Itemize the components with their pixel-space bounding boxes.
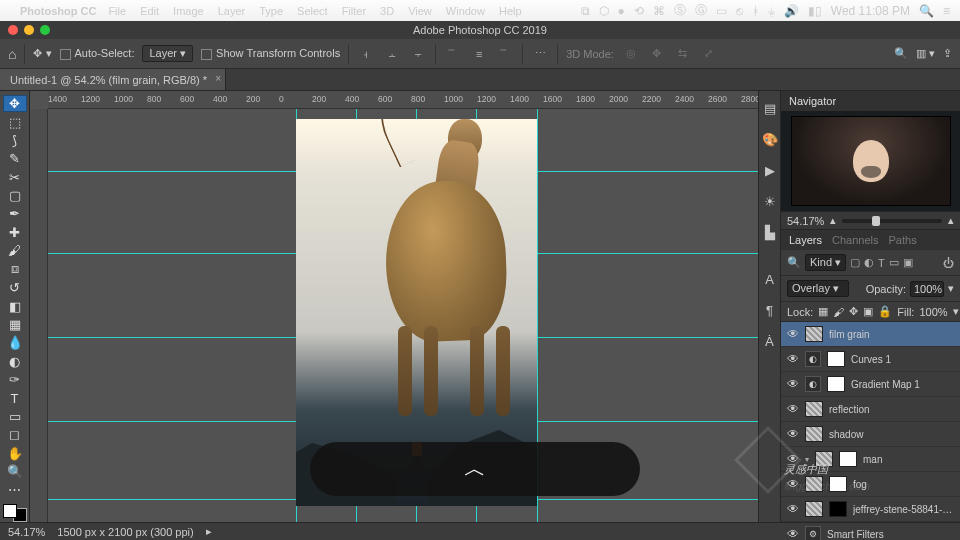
search-icon[interactable]: 🔍 [894, 47, 908, 60]
paths-tab[interactable]: Paths [889, 234, 917, 246]
auto-select-select[interactable]: Layer ▾ [142, 45, 193, 62]
layer-name[interactable]: Gradient Map 1 [851, 379, 954, 390]
home-icon[interactable]: ⌂ [8, 46, 16, 62]
layer-name[interactable]: man [863, 454, 954, 465]
lock-all-icon[interactable]: 🔒 [878, 305, 892, 318]
app-menu[interactable]: Photoshop CC [20, 5, 96, 17]
filter-type-icon[interactable]: T [878, 257, 885, 269]
tool-eyedropper[interactable]: ✒ [3, 205, 27, 222]
opacity-field[interactable]: 100% [910, 281, 944, 297]
window-close-button[interactable] [8, 25, 18, 35]
tool-history-brush[interactable]: ↺ [3, 279, 27, 296]
tool-clone[interactable]: ⧈ [3, 260, 27, 278]
menu-file[interactable]: File [108, 5, 126, 17]
layer-name[interactable]: Smart Filters [827, 529, 954, 540]
align-bottom-icon[interactable]: ㆒ [496, 45, 514, 63]
layer-disclosure-icon[interactable]: ▾ [805, 455, 809, 464]
layer-visibility-icon[interactable]: 👁 [787, 502, 799, 516]
layer-thumb[interactable] [805, 501, 823, 517]
layer-visibility-icon[interactable]: 👁 [787, 527, 799, 540]
layer-visibility-icon[interactable]: 👁 [787, 402, 799, 416]
ruler-horizontal[interactable]: 1400120010008006004002000200400600800100… [48, 91, 758, 109]
layer-visibility-icon[interactable]: 👁 [787, 427, 799, 441]
layer-name[interactable]: reflection [829, 404, 954, 415]
layer-list[interactable]: 👁film grain👁◐Curves 1👁◐Gradient Map 1👁re… [781, 322, 960, 540]
menu-window[interactable]: Window [446, 5, 485, 17]
tool-type[interactable]: T [3, 389, 27, 406]
layer-row[interactable]: 👁◐Gradient Map 1 [781, 372, 960, 397]
layer-mask-thumb[interactable] [839, 451, 857, 467]
layer-row[interactable]: 👁reflection [781, 397, 960, 422]
filter-kind-icon[interactable]: 🔍 [787, 256, 801, 269]
blend-mode-select[interactable]: Overlay ▾ [787, 280, 849, 297]
align-center-h-icon[interactable]: ⫠ [383, 45, 401, 63]
menu-select[interactable]: Select [297, 5, 328, 17]
align-right-icon[interactable]: ⫟ [409, 45, 427, 63]
menu-type[interactable]: Type [259, 5, 283, 17]
layer-mask-thumb[interactable] [827, 351, 845, 367]
align-left-icon[interactable]: ⫞ [357, 45, 375, 63]
navigator-preview[interactable] [781, 111, 960, 211]
menu-3d[interactable]: 3D [380, 5, 394, 17]
filter-smart-icon[interactable]: ▣ [903, 256, 913, 269]
tool-blur[interactable]: 💧 [3, 334, 27, 351]
notif-center-icon[interactable]: ≡ [943, 4, 950, 18]
lock-transparent-icon[interactable]: ▦ [818, 305, 828, 318]
foreground-color-swatch[interactable] [3, 504, 17, 518]
ruler-vertical[interactable] [30, 109, 48, 522]
layer-visibility-icon[interactable]: 👁 [787, 477, 799, 491]
glyphs-panel-icon[interactable]: Ȧ [765, 334, 774, 349]
overlay-control-pill[interactable]: ︿ [310, 442, 640, 496]
window-zoom-button[interactable] [40, 25, 50, 35]
status-zoom[interactable]: 54.17% [8, 526, 45, 538]
tool-shape[interactable]: ◻ [3, 426, 27, 443]
layer-thumb[interactable] [805, 401, 823, 417]
tool-zoom[interactable]: 🔍 [3, 463, 27, 480]
layer-name[interactable]: fog [853, 479, 954, 490]
tool-pen[interactable]: ✑ [3, 371, 27, 388]
layer-row[interactable]: 👁fog [781, 472, 960, 497]
lock-position-icon[interactable]: ✥ [849, 305, 858, 318]
navigator-zoom-out-icon[interactable]: ▴ [830, 214, 836, 227]
layer-thumb[interactable] [815, 451, 833, 467]
navigator-zoom-readout[interactable]: 54.17% [787, 215, 824, 227]
navigator-tab[interactable]: Navigator [789, 95, 836, 107]
layer-name[interactable]: shadow [829, 429, 954, 440]
color-panel-icon[interactable]: 🎨 [762, 132, 778, 147]
tool-eraser[interactable]: ◧ [3, 298, 27, 315]
tool-healing[interactable]: ✚ [3, 224, 27, 241]
tool-edit-toolbar[interactable]: ⋯ [3, 481, 27, 498]
histogram-panel-icon[interactable]: ▙ [765, 225, 775, 240]
layer-visibility-icon[interactable]: 👁 [787, 327, 799, 341]
tool-hand[interactable]: ✋ [3, 444, 27, 461]
navigator-zoom-slider[interactable] [842, 219, 942, 223]
layer-row[interactable]: 👁film grain [781, 322, 960, 347]
character-panel-icon[interactable]: A [765, 272, 774, 287]
fill-field[interactable]: 100% [919, 306, 947, 318]
layer-row[interactable]: 👁⚙Smart Filters [781, 522, 960, 540]
layer-row[interactable]: 👁shadow [781, 422, 960, 447]
actions-panel-icon[interactable]: ▶ [765, 163, 775, 178]
workspace-icon[interactable]: ▥ ▾ [916, 47, 935, 60]
tool-lasso[interactable]: ⟆ [3, 132, 27, 149]
filter-adjust-icon[interactable]: ◐ [864, 256, 874, 269]
window-minimize-button[interactable] [24, 25, 34, 35]
chevron-up-icon[interactable]: ︿ [464, 454, 486, 484]
status-flyout-icon[interactable]: ▸ [206, 525, 212, 538]
layer-row[interactable]: 👁▾man [781, 447, 960, 472]
layer-visibility-icon[interactable]: 👁 [787, 352, 799, 366]
tool-crop[interactable]: ✂ [3, 168, 27, 185]
lock-artboard-icon[interactable]: ▣ [863, 305, 873, 318]
menu-image[interactable]: Image [173, 5, 204, 17]
layer-visibility-icon[interactable]: 👁 [787, 377, 799, 391]
align-middle-icon[interactable]: ≡ [470, 45, 488, 63]
layer-filter-select[interactable]: Kind ▾ [805, 254, 846, 271]
share-icon[interactable]: ⇪ [943, 47, 952, 60]
spotlight-icon[interactable]: 🔍 [919, 4, 934, 18]
menu-view[interactable]: View [408, 5, 432, 17]
close-tab-icon[interactable]: × [215, 73, 221, 84]
layer-thumb[interactable] [805, 426, 823, 442]
window-traffic-lights[interactable] [8, 25, 50, 35]
channels-tab[interactable]: Channels [832, 234, 878, 246]
menu-help[interactable]: Help [499, 5, 522, 17]
